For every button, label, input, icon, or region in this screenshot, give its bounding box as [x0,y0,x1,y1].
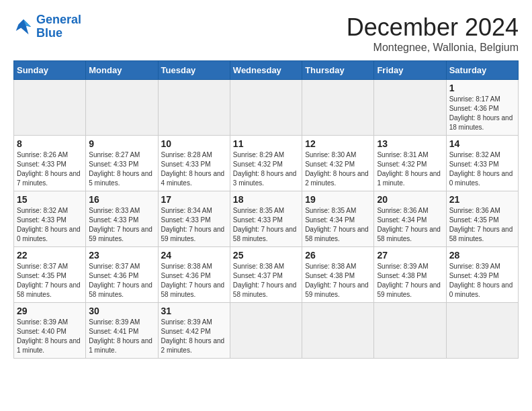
day-info: Sunrise: 8:37 AMSunset: 4:36 PMDaylight:… [89,262,154,300]
logo: General Blue [13,13,81,40]
calendar-header-monday: Monday [86,61,158,80]
calendar-week-5: 29Sunrise: 8:39 AMSunset: 4:40 PMDayligh… [14,303,519,359]
day-info: Sunrise: 8:28 AMSunset: 4:33 PMDaylight:… [161,150,227,188]
day-info: Sunrise: 8:37 AMSunset: 4:35 PMDaylight:… [17,262,83,300]
calendar-cell: 20Sunrise: 8:36 AMSunset: 4:34 PMDayligh… [374,191,446,247]
logo-blue: Blue [36,27,81,40]
day-number: 29 [17,306,83,316]
day-info: Sunrise: 8:35 AMSunset: 4:33 PMDaylight:… [233,206,299,244]
day-number: 17 [161,194,227,205]
calendar-header-friday: Friday [374,61,446,80]
logo-icon [13,17,34,37]
day-number: 26 [305,250,371,261]
calendar-header-tuesday: Tuesday [158,61,230,80]
calendar-cell: 16Sunrise: 8:33 AMSunset: 4:33 PMDayligh… [86,191,158,247]
calendar-cell: 27Sunrise: 8:39 AMSunset: 4:38 PMDayligh… [374,247,446,303]
day-info: Sunrise: 8:33 AMSunset: 4:33 PMDaylight:… [89,206,154,244]
day-info: Sunrise: 8:27 AMSunset: 4:33 PMDaylight:… [89,150,154,188]
day-number: 12 [305,138,371,149]
calendar-cell [86,80,158,136]
title-section: December 2024 Montegnee, Wallonia, Belgi… [347,13,519,54]
calendar-cell: 10Sunrise: 8:28 AMSunset: 4:33 PMDayligh… [158,136,230,191]
day-number: 23 [89,250,154,261]
day-number: 21 [449,194,515,205]
calendar-cell [158,80,230,136]
day-number: 20 [377,194,443,205]
day-number: 27 [377,250,443,261]
calendar-cell [446,303,518,359]
svg-marker-0 [16,19,32,35]
day-number: 1 [449,83,515,93]
calendar-header-saturday: Saturday [446,61,518,80]
header: General Blue December 2024 Montegnee, Wa… [13,13,519,54]
calendar-header-thursday: Thursday [302,61,374,80]
day-info: Sunrise: 8:39 AMSunset: 4:40 PMDaylight:… [17,318,83,355]
day-info: Sunrise: 8:32 AMSunset: 4:33 PMDaylight:… [449,150,515,188]
calendar-cell: 21Sunrise: 8:36 AMSunset: 4:35 PMDayligh… [446,191,518,247]
day-number: 25 [233,250,299,261]
day-number: 8 [17,138,83,149]
day-number: 9 [89,138,154,149]
page-title: December 2024 [347,13,519,42]
calendar-cell: 8Sunrise: 8:26 AMSunset: 4:33 PMDaylight… [14,136,86,191]
page-subtitle: Montegnee, Wallonia, Belgium [347,42,519,54]
calendar-week-2: 8Sunrise: 8:26 AMSunset: 4:33 PMDaylight… [14,136,519,191]
day-info: Sunrise: 8:39 AMSunset: 4:39 PMDaylight:… [449,262,515,300]
day-number: 10 [161,138,227,149]
calendar-week-3: 15Sunrise: 8:32 AMSunset: 4:33 PMDayligh… [14,191,519,247]
calendar-cell [230,303,302,359]
calendar-cell [302,303,374,359]
calendar-cell: 14Sunrise: 8:32 AMSunset: 4:33 PMDayligh… [446,136,518,191]
calendar-header-sunday: Sunday [14,61,86,80]
day-info: Sunrise: 8:39 AMSunset: 4:41 PMDaylight:… [89,318,154,355]
calendar-cell [374,303,446,359]
logo-general: General [36,13,81,26]
calendar-cell: 28Sunrise: 8:39 AMSunset: 4:39 PMDayligh… [446,247,518,303]
calendar-cell [14,80,86,136]
calendar-cell: 30Sunrise: 8:39 AMSunset: 4:41 PMDayligh… [86,303,158,359]
day-info: Sunrise: 8:38 AMSunset: 4:36 PMDaylight:… [161,262,227,300]
day-info: Sunrise: 8:36 AMSunset: 4:34 PMDaylight:… [377,206,443,244]
day-number: 13 [377,138,443,149]
day-info: Sunrise: 8:31 AMSunset: 4:32 PMDaylight:… [377,150,443,188]
calendar-cell: 9Sunrise: 8:27 AMSunset: 4:33 PMDaylight… [86,136,158,191]
day-number: 11 [233,138,299,149]
day-number: 22 [17,250,83,261]
calendar-cell: 22Sunrise: 8:37 AMSunset: 4:35 PMDayligh… [14,247,86,303]
day-number: 28 [449,250,515,261]
calendar-cell: 25Sunrise: 8:38 AMSunset: 4:37 PMDayligh… [230,247,302,303]
day-info: Sunrise: 8:38 AMSunset: 4:37 PMDaylight:… [233,262,299,300]
day-info: Sunrise: 8:30 AMSunset: 4:32 PMDaylight:… [305,150,371,188]
day-number: 14 [449,138,515,149]
day-info: Sunrise: 8:38 AMSunset: 4:38 PMDaylight:… [305,262,371,300]
calendar-cell [230,80,302,136]
calendar-cell: 13Sunrise: 8:31 AMSunset: 4:32 PMDayligh… [374,136,446,191]
calendar-week-4: 22Sunrise: 8:37 AMSunset: 4:35 PMDayligh… [14,247,519,303]
day-number: 31 [161,306,227,316]
calendar-week-1: 1Sunrise: 8:17 AMSunset: 4:36 PMDaylight… [14,80,519,136]
day-info: Sunrise: 8:26 AMSunset: 4:33 PMDaylight:… [17,150,83,188]
day-info: Sunrise: 8:39 AMSunset: 4:38 PMDaylight:… [377,262,443,300]
calendar-cell: 15Sunrise: 8:32 AMSunset: 4:33 PMDayligh… [14,191,86,247]
calendar-cell: 26Sunrise: 8:38 AMSunset: 4:38 PMDayligh… [302,247,374,303]
calendar-cell: 23Sunrise: 8:37 AMSunset: 4:36 PMDayligh… [86,247,158,303]
calendar-cell: 11Sunrise: 8:29 AMSunset: 4:32 PMDayligh… [230,136,302,191]
calendar-header-wednesday: Wednesday [230,61,302,80]
day-info: Sunrise: 8:35 AMSunset: 4:34 PMDaylight:… [305,206,371,244]
day-info: Sunrise: 8:17 AMSunset: 4:36 PMDaylight:… [449,95,515,132]
calendar-cell: 29Sunrise: 8:39 AMSunset: 4:40 PMDayligh… [14,303,86,359]
day-number: 30 [89,306,154,316]
day-number: 15 [17,194,83,205]
day-number: 18 [233,194,299,205]
calendar-cell: 19Sunrise: 8:35 AMSunset: 4:34 PMDayligh… [302,191,374,247]
day-number: 24 [161,250,227,261]
day-info: Sunrise: 8:32 AMSunset: 4:33 PMDaylight:… [17,206,83,244]
calendar-header-row: SundayMondayTuesdayWednesdayThursdayFrid… [14,61,519,80]
calendar-cell: 17Sunrise: 8:34 AMSunset: 4:33 PMDayligh… [158,191,230,247]
day-info: Sunrise: 8:29 AMSunset: 4:32 PMDaylight:… [233,150,299,188]
day-number: 16 [89,194,154,205]
calendar-cell: 24Sunrise: 8:38 AMSunset: 4:36 PMDayligh… [158,247,230,303]
day-info: Sunrise: 8:36 AMSunset: 4:35 PMDaylight:… [449,206,515,244]
day-info: Sunrise: 8:39 AMSunset: 4:42 PMDaylight:… [161,318,227,355]
day-info: Sunrise: 8:34 AMSunset: 4:33 PMDaylight:… [161,206,227,244]
